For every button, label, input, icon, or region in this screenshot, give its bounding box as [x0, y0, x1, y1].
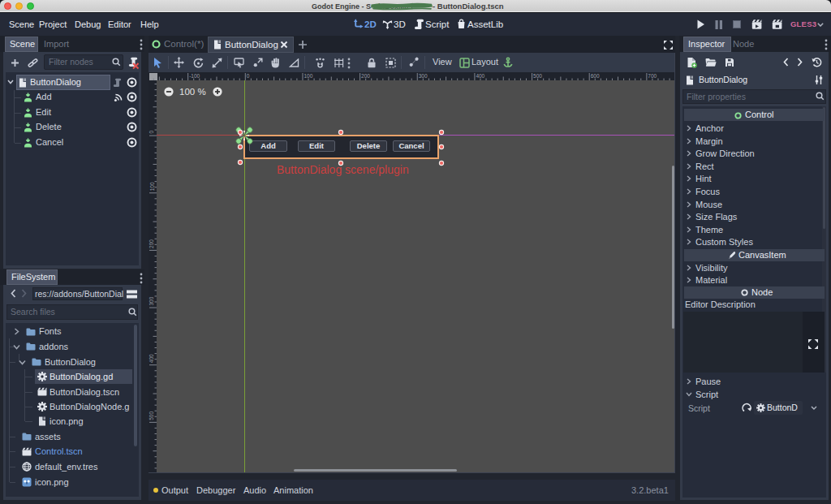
svg-text:400: 400: [476, 73, 484, 79]
svg-text:100: 100: [149, 182, 155, 191]
svg-text:300: 300: [149, 296, 155, 305]
svg-text:0: 0: [247, 73, 250, 79]
svg-text:200: 200: [361, 73, 370, 79]
svg-text:700: 700: [648, 73, 657, 79]
svg-text:0: 0: [149, 131, 155, 134]
svg-text:200: 200: [149, 239, 155, 248]
svg-text:600: 600: [591, 73, 600, 79]
svg-text:-100: -100: [189, 73, 200, 79]
svg-text:300: 300: [419, 73, 428, 79]
svg-text:500: 500: [533, 73, 542, 79]
svg-text:400: 400: [149, 354, 155, 363]
svg-text:500: 500: [149, 411, 155, 420]
svg-text:100: 100: [304, 73, 312, 79]
